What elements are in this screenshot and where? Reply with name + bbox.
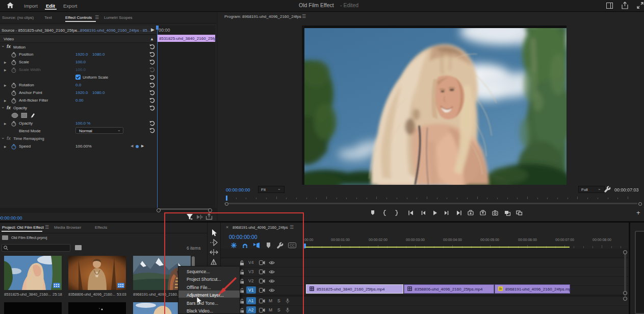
svg-text:fx: fx	[499, 287, 502, 291]
